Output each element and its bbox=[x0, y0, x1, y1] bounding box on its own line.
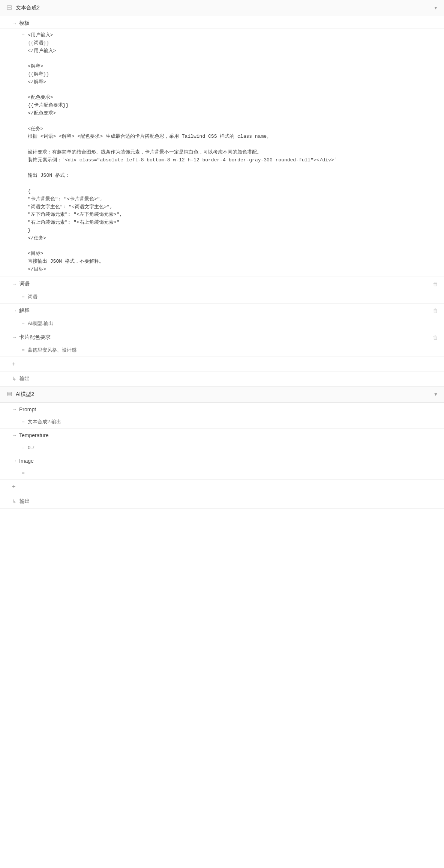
wenben-output-row: ↳ 输出 bbox=[0, 372, 444, 386]
temperature-section: → Temperature ＝ 0.7 bbox=[0, 429, 444, 454]
template-value-container: ＝ <用户输入> {{词语}} </用户输入> <解释> {{解释}} </解释… bbox=[0, 29, 444, 277]
prompt-label: Prompt bbox=[19, 406, 36, 412]
image-value-row: ＝ bbox=[0, 468, 444, 479]
aimodel-output-label: 输出 bbox=[20, 498, 30, 505]
aimodel-output-icon: ↳ bbox=[12, 498, 16, 504]
temperature-label: Temperature bbox=[19, 432, 49, 438]
wenben-chevron[interactable]: ▼ bbox=[434, 5, 438, 11]
prompt-equals-icon: ＝ bbox=[21, 418, 26, 425]
ciyu-label: 词语 bbox=[19, 281, 30, 287]
aimodel-chevron[interactable]: ▼ bbox=[434, 392, 438, 397]
temperature-value-row: ＝ 0.7 bbox=[0, 442, 444, 454]
ciyu-arrow-icon: → bbox=[12, 281, 17, 287]
image-arrow-icon: → bbox=[12, 458, 17, 463]
peise-equals-icon: ＝ bbox=[21, 347, 26, 353]
peise-label: 卡片配色要求 bbox=[19, 334, 51, 341]
template-code-block: <用户输入> {{词语}} </用户输入> <解释> {{解释}} </解释> … bbox=[28, 30, 337, 275]
peise-delete-icon[interactable]: 🗑 bbox=[433, 334, 438, 340]
temperature-header-row: → Temperature bbox=[0, 429, 444, 442]
aimodel-section: AI模型2 ▼ → Prompt ＝ 文本合成2.输出 → Temperatur… bbox=[0, 387, 444, 509]
wenben-title: 文本合成2 bbox=[16, 5, 40, 11]
aimodel-db-icon bbox=[6, 391, 13, 398]
jieshi-value-row: ＝ AI模型.输出 bbox=[0, 318, 444, 330]
aimodel-add-icon: + bbox=[12, 483, 15, 490]
ciyu-value-row: ＝ 词语 bbox=[0, 291, 444, 303]
aimodel-header[interactable]: AI模型2 ▼ bbox=[0, 387, 444, 403]
db-icon bbox=[6, 5, 13, 11]
ciyu-equals-icon: ＝ bbox=[21, 293, 26, 300]
template-arrow-icon: → bbox=[12, 21, 17, 26]
wenben-add-icon: + bbox=[12, 361, 15, 367]
ciyu-delete-icon[interactable]: 🗑 bbox=[433, 281, 438, 287]
peise-arrow-icon: → bbox=[12, 334, 17, 340]
peise-value: 蒙德里安风格、设计感 bbox=[28, 347, 76, 354]
svg-rect-3 bbox=[7, 394, 12, 396]
aimodel-add-button[interactable]: + bbox=[0, 480, 444, 494]
prompt-header-row: → Prompt bbox=[0, 403, 444, 416]
template-row: → 模板 bbox=[0, 16, 444, 29]
ciyu-section: → 词语 🗑 ＝ 词语 bbox=[0, 277, 444, 304]
jieshi-header-row: → 解释 🗑 bbox=[0, 304, 444, 318]
prompt-value-row: ＝ 文本合成2.输出 bbox=[0, 416, 444, 428]
peise-value-row: ＝ 蒙德里安风格、设计感 bbox=[0, 344, 444, 357]
temperature-arrow-icon: → bbox=[12, 432, 17, 438]
template-equals-icon: ＝ bbox=[21, 31, 26, 38]
jieshi-label: 解释 bbox=[19, 307, 30, 314]
jieshi-equals-icon: ＝ bbox=[21, 320, 26, 326]
temperature-equals-icon: ＝ bbox=[21, 444, 26, 451]
aimodel-output-row: ↳ 输出 bbox=[0, 494, 444, 509]
peise-section: → 卡片配色要求 🗑 ＝ 蒙德里安风格、设计感 bbox=[0, 330, 444, 357]
wenben-section: 文本合成2 ▼ → 模板 ＝ <用户输入> {{词语}} </用户输入> <解释… bbox=[0, 0, 444, 387]
jieshi-value: AI模型.输出 bbox=[28, 320, 53, 327]
aimodel-title: AI模型2 bbox=[16, 391, 34, 398]
image-header-row: → Image bbox=[0, 454, 444, 468]
svg-rect-1 bbox=[7, 8, 12, 9]
prompt-value: 文本合成2.输出 bbox=[28, 418, 61, 425]
ciyu-header-row: → 词语 🗑 bbox=[0, 277, 444, 291]
prompt-arrow-icon: → bbox=[12, 406, 17, 412]
template-label: 模板 bbox=[19, 20, 30, 27]
wenben-header[interactable]: 文本合成2 ▼ bbox=[0, 0, 444, 16]
prompt-section: → Prompt ＝ 文本合成2.输出 bbox=[0, 403, 444, 429]
wenben-add-button[interactable]: + bbox=[0, 357, 444, 372]
image-label: Image bbox=[19, 458, 34, 464]
ciyu-value: 词语 bbox=[28, 293, 38, 300]
svg-rect-0 bbox=[7, 6, 12, 7]
jieshi-arrow-icon: → bbox=[12, 308, 17, 313]
image-section: → Image ＝ bbox=[0, 454, 444, 480]
peise-header-row: → 卡片配色要求 🗑 bbox=[0, 330, 444, 344]
wenben-output-label: 输出 bbox=[20, 375, 30, 382]
image-equals-icon: ＝ bbox=[21, 470, 26, 476]
temperature-value: 0.7 bbox=[28, 445, 34, 450]
jieshi-delete-icon[interactable]: 🗑 bbox=[433, 308, 438, 314]
wenben-output-icon: ↳ bbox=[12, 376, 16, 382]
svg-rect-2 bbox=[7, 392, 12, 394]
jieshi-section: → 解释 🗑 ＝ AI模型.输出 bbox=[0, 304, 444, 330]
